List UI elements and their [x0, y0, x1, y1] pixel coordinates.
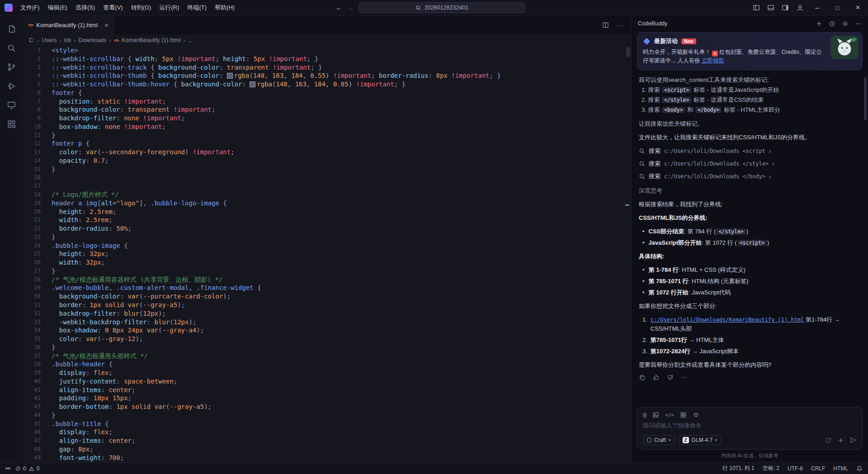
explorer-icon[interactable]	[1, 19, 22, 38]
search-tool-call[interactable]: 搜索c:/Users/loli/Downloads <script›	[639, 147, 861, 156]
extensions-icon[interactable]	[1, 114, 22, 133]
code-line[interactable]: 27}	[23, 267, 631, 275]
more-icon[interactable]	[681, 374, 688, 381]
source-control-icon[interactable]	[1, 57, 22, 76]
search-tool-call[interactable]: 搜索c:/Users/loli/Downloads </body>›	[639, 172, 861, 181]
code-line[interactable]: 20 height: 2.5rem;	[23, 208, 631, 216]
code-line[interactable]: 36}	[23, 343, 631, 352]
code-line[interactable]: 2::-webkit-scrollbar { width: 5px !impor…	[23, 55, 631, 63]
breadcrumb-item[interactable]: C:	[29, 37, 35, 43]
code-line[interactable]: 43 border-bottom: 1px solid var(--gray-a…	[23, 403, 631, 411]
status-item[interactable]: 行 1071, 列 1	[722, 465, 755, 472]
code-icon[interactable]: </>	[665, 412, 674, 418]
code-line[interactable]: 48 gap: 8px;	[23, 445, 631, 454]
code-line[interactable]: 17	[23, 182, 631, 190]
menu-item[interactable]: 编辑(E)	[44, 2, 71, 14]
code-line[interactable]: 5::-webkit-scrollbar-thumb:hover { backg…	[23, 80, 631, 89]
code-line[interactable]: 28/* 气泡/模态框通用容器样式 (共享背景、边框、阴影) */	[23, 275, 631, 284]
breadcrumb-item[interactable]: KomariBeautify (1).html	[122, 37, 181, 43]
menu-item[interactable]: 查看(V)	[99, 2, 127, 14]
panel-more-icon[interactable]	[855, 20, 862, 27]
deep-thinking-toggle[interactable]: 深度思考	[639, 186, 861, 195]
code-line[interactable]: 3::-webkit-scrollbar-track { background-…	[23, 63, 631, 72]
thumbs-up-icon[interactable]	[653, 374, 660, 381]
code-line[interactable]: 7 position: static !important;	[23, 97, 631, 106]
sparkle-icon[interactable]	[837, 437, 844, 444]
code-line[interactable]: 35 color: var(--gray-12);	[23, 335, 631, 343]
code-line[interactable]: 31 border: 1px solid var(--gray-a5);	[23, 301, 631, 309]
send-icon[interactable]	[849, 436, 857, 444]
code-line[interactable]: 47 align-items: center;	[23, 436, 631, 445]
image-icon[interactable]	[652, 412, 659, 418]
grid-icon[interactable]	[680, 412, 687, 418]
account-icon[interactable]	[793, 0, 807, 15]
problems-indicator[interactable]: 0 0	[15, 465, 39, 472]
chat-composer[interactable]: @</> 提问或输入"/"快捷命令 Craft ▾ Z GLM-4.7 ▾	[637, 407, 863, 450]
split-editor-icon[interactable]	[602, 22, 609, 28]
code-line[interactable]: 32 backdrop-filter: blur(12px);	[23, 309, 631, 318]
claim-now-link[interactable]: 立即领取	[702, 57, 724, 64]
code-line[interactable]: 6footer {	[23, 89, 631, 97]
plugin-icon[interactable]	[693, 412, 699, 418]
breadcrumb-item[interactable]: ...	[188, 37, 193, 43]
mention-icon[interactable]: @	[643, 412, 646, 418]
code-line[interactable]: 49 font-weight: 700;	[23, 454, 631, 462]
window-maximize-button[interactable]: □	[827, 0, 848, 15]
scrollbar-thumb[interactable]	[626, 47, 630, 57]
remote-window-icon[interactable]: ><	[5, 466, 10, 471]
status-item[interactable]: HTML	[833, 465, 848, 472]
code-line[interactable]: 26 width: 32px;	[23, 258, 631, 267]
code-line[interactable]: 44}	[23, 411, 631, 420]
code-line[interactable]: 30 background-color: var(--purcarte-card…	[23, 292, 631, 301]
code-line[interactable]: 42 padding: 10px 15px;	[23, 394, 631, 403]
breadcrumb-item[interactable]: loli	[64, 37, 71, 43]
code-line[interactable]: 11}	[23, 131, 631, 140]
layout-sidebar-left-icon[interactable]	[749, 0, 764, 15]
model-selector[interactable]: Z GLM-4.7 ▾	[679, 435, 722, 445]
more-actions-icon[interactable]: ···	[616, 23, 624, 28]
chat-input[interactable]: 提问或输入"/"快捷命令	[643, 422, 857, 431]
notifications-bell-icon[interactable]	[856, 465, 863, 472]
code-line[interactable]: 10 box-shadow: none !important;	[23, 123, 631, 131]
menu-item[interactable]: 终端(T)	[183, 2, 211, 14]
new-chat-icon[interactable]	[816, 20, 822, 27]
tab-komaribeautify[interactable]: <> KomariBeautify (1).html ×	[23, 16, 114, 34]
code-line[interactable]: 34 box-shadow: 0 8px 24px var(--gray-a4)…	[23, 326, 631, 335]
layout-panel-icon[interactable]	[764, 0, 778, 15]
search-icon[interactable]	[1, 38, 22, 57]
code-line[interactable]: 46 display: flex;	[23, 428, 631, 436]
run-debug-icon[interactable]	[1, 76, 22, 95]
code-line[interactable]: 45.bubble-title {	[23, 420, 631, 428]
code-line[interactable]: 24.bubble-logo-image {	[23, 242, 631, 250]
code-line[interactable]: 39 display: flex;	[23, 369, 631, 377]
nav-forward-icon[interactable]: →	[347, 4, 354, 11]
thumbs-down-icon[interactable]	[667, 374, 674, 381]
copy-icon[interactable]	[639, 374, 646, 381]
menu-item[interactable]: 运行(R)	[155, 2, 183, 14]
code-line[interactable]: 8 background-color: transparent !importa…	[23, 105, 631, 114]
breadcrumb-item[interactable]: Users	[42, 37, 57, 43]
code-line[interactable]: 9 backdrop-filter: none !important;	[23, 114, 631, 123]
code-line[interactable]: 1<style>	[23, 46, 631, 55]
code-line[interactable]: 12footer p {	[23, 139, 631, 148]
code-line[interactable]: 33 -webkit-backdrop-filter: blur(12px);	[23, 318, 631, 327]
code-line[interactable]: 23}	[23, 233, 631, 242]
history-icon[interactable]	[829, 20, 835, 27]
window-close-button[interactable]: ×	[848, 0, 868, 15]
menu-item[interactable]: 文件(F)	[16, 2, 44, 14]
window-minimize-button[interactable]: ─	[807, 0, 827, 15]
code-line[interactable]: 40 justify-content: space-between;	[23, 377, 631, 386]
layout-sidebar-right-icon[interactable]	[778, 0, 793, 15]
code-line[interactable]: 22 border-radius: 50%;	[23, 224, 631, 233]
code-line[interactable]: 19header a img[alt="logo"], .bubble-logo…	[23, 199, 631, 208]
code-line[interactable]: 41 align-items: center;	[23, 386, 631, 394]
code-line[interactable]: 4::-webkit-scrollbar-thumb { background-…	[23, 71, 631, 80]
close-tab-icon[interactable]: ×	[104, 21, 108, 29]
menu-item[interactable]: 选择(S)	[71, 2, 99, 14]
code-line[interactable]: 15}	[23, 165, 631, 174]
command-center-search[interactable]: 20260128232401	[359, 2, 525, 13]
mode-selector[interactable]: Craft ▾	[643, 435, 675, 445]
nav-back-icon[interactable]: ←	[335, 4, 343, 11]
chat-scrollbar-thumb[interactable]	[864, 77, 867, 120]
code-line[interactable]: 18/* Logo/图片样式 */	[23, 190, 631, 199]
